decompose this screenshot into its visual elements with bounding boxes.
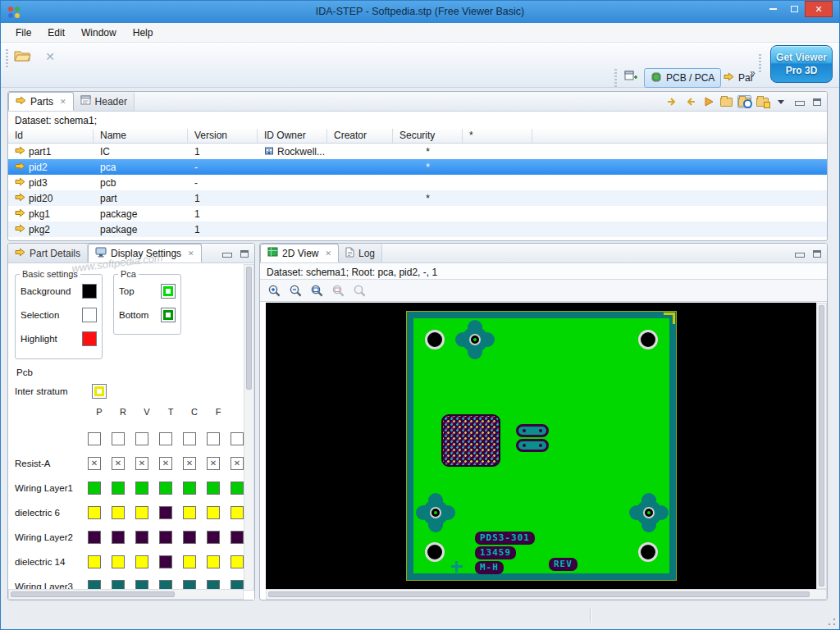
highlight-color-swatch[interactable] <box>82 331 97 346</box>
table-row-pkg1[interactable]: pkg1package1 <box>8 206 827 221</box>
table-row-part1[interactable]: part1IC1Rockwell...* <box>8 144 827 159</box>
stratum-color-cell[interactable] <box>88 482 101 495</box>
stratum-color-cell[interactable] <box>112 482 125 495</box>
stratum-color-cell[interactable] <box>112 555 125 568</box>
pcb-canvas-2d[interactable]: PDS3-301 13459 M-H REV <box>266 303 816 589</box>
perspective-grip-handle[interactable] <box>614 69 617 87</box>
column-header-id-owner[interactable]: ID Owner <box>258 129 327 143</box>
tab-parts[interactable]: Parts ✕ <box>8 92 74 111</box>
perspective-pcb-pca-button[interactable]: PCB / PCA <box>644 68 721 88</box>
open-perspective-button[interactable] <box>621 68 641 86</box>
link-with-editor-toggle[interactable] <box>737 95 751 108</box>
column-header-star[interactable]: * <box>463 129 532 143</box>
pca-top-color-swatch[interactable] <box>161 284 176 299</box>
stratum-color-cell[interactable] <box>207 531 220 544</box>
nav-prev-button[interactable] <box>683 95 697 108</box>
view-minimize-button[interactable] <box>219 247 233 260</box>
stratum-color-cell[interactable] <box>159 432 172 445</box>
stratum-color-cell[interactable] <box>231 555 244 568</box>
column-header-creator[interactable]: Creator <box>327 129 393 143</box>
stratum-color-cell[interactable] <box>183 482 196 495</box>
stratum-color-cell[interactable] <box>159 506 172 519</box>
close-icon[interactable]: ✕ <box>325 249 331 258</box>
close-file-button[interactable]: ✕ <box>40 48 60 66</box>
resize-grip[interactable] <box>826 616 837 627</box>
view-menu-button[interactable] <box>774 95 788 108</box>
stratum-color-cell[interactable] <box>183 555 196 568</box>
close-icon[interactable]: ✕ <box>188 249 194 258</box>
inter-stratum-color-swatch[interactable] <box>92 384 107 399</box>
stratum-color-cell[interactable] <box>112 531 125 544</box>
stratum-color-cell[interactable] <box>183 506 196 519</box>
perspective-overflow-chevron[interactable]: » <box>750 67 756 79</box>
stratum-color-cell[interactable] <box>88 506 101 519</box>
run-button[interactable] <box>701 95 715 108</box>
stratum-color-cell[interactable] <box>207 482 220 495</box>
zoom-region-out-button[interactable] <box>331 283 345 298</box>
stratum-color-cell[interactable] <box>135 555 148 568</box>
zoom-region-button[interactable] <box>309 283 324 298</box>
stratum-color-cell[interactable]: ✕ <box>207 457 220 470</box>
view-minimize-button[interactable] <box>792 247 806 260</box>
table-row-pkg2[interactable]: pkg2package1 <box>8 221 827 237</box>
stratum-color-cell[interactable] <box>231 531 244 544</box>
tab-log[interactable]: Log <box>339 244 382 262</box>
table-row-pid3[interactable]: pid3pcb- <box>8 175 827 190</box>
stratum-color-cell[interactable]: ✕ <box>183 457 196 470</box>
view2d-vertical-scrollbar[interactable] <box>816 303 827 589</box>
scrollbar-thumb[interactable] <box>11 591 175 597</box>
stratum-color-cell[interactable]: ✕ <box>88 457 101 470</box>
tab-header[interactable]: Header <box>74 92 135 111</box>
stratum-color-cell[interactable] <box>159 482 172 495</box>
menu-help[interactable]: Help <box>125 25 162 41</box>
tab-part-details[interactable]: Part Details <box>8 244 88 262</box>
view-maximize-button[interactable] <box>810 247 824 260</box>
tab-2d-view[interactable]: 2D View ✕ <box>260 244 339 262</box>
open-file-button[interactable] <box>12 48 32 66</box>
window-maximize-button[interactable] <box>783 1 805 17</box>
stratum-color-cell[interactable] <box>231 482 244 495</box>
zoom-in-button[interactable] <box>267 283 281 298</box>
stratum-color-cell[interactable] <box>183 531 196 544</box>
menu-window[interactable]: Window <box>73 25 125 41</box>
tab-display-settings[interactable]: Display Settings ✕ <box>88 244 202 262</box>
close-icon[interactable]: ✕ <box>60 98 66 106</box>
column-header-id[interactable]: Id <box>8 129 94 143</box>
stratum-color-cell[interactable] <box>112 506 125 519</box>
stratum-color-cell[interactable] <box>135 432 148 445</box>
stratum-color-cell[interactable] <box>207 432 220 445</box>
stratum-color-cell[interactable] <box>88 432 101 445</box>
stratum-color-cell[interactable] <box>159 555 172 568</box>
pca-bottom-color-swatch[interactable] <box>161 308 176 322</box>
stratum-color-cell[interactable] <box>207 506 220 519</box>
stratum-color-cell[interactable]: ✕ <box>231 457 244 470</box>
view-minimize-button[interactable] <box>792 95 806 108</box>
menu-edit[interactable]: Edit <box>39 25 73 41</box>
stratum-color-cell[interactable] <box>231 432 244 445</box>
view-maximize-button[interactable] <box>237 247 251 260</box>
scrollbar-thumb[interactable] <box>246 267 252 390</box>
stratum-color-cell[interactable] <box>231 506 244 519</box>
stratum-color-cell[interactable]: ✕ <box>135 457 148 470</box>
zoom-fit-button[interactable] <box>352 283 367 298</box>
stratum-color-cell[interactable] <box>135 531 148 544</box>
details-vertical-scrollbar[interactable] <box>244 264 254 591</box>
stratum-color-cell[interactable] <box>135 506 148 519</box>
toolbar-grip-handle[interactable] <box>6 49 8 67</box>
column-header-security[interactable]: Security <box>393 129 463 143</box>
stratum-color-cell[interactable] <box>207 555 220 568</box>
zoom-out-button[interactable] <box>288 283 303 298</box>
details-horizontal-scrollbar[interactable] <box>8 589 244 600</box>
table-row-pid2[interactable]: pid2pca-* <box>8 159 827 175</box>
stratum-color-cell[interactable] <box>88 555 101 568</box>
folder-button[interactable] <box>719 95 733 108</box>
background-color-swatch[interactable] <box>82 284 97 299</box>
selection-color-swatch[interactable] <box>82 308 97 322</box>
view2d-horizontal-scrollbar[interactable] <box>266 589 827 600</box>
scrollbar-thumb[interactable] <box>819 305 824 587</box>
table-row-pid20[interactable]: pid20part1* <box>8 190 827 206</box>
stratum-color-cell[interactable]: ✕ <box>159 457 172 470</box>
new-folder-button[interactable] <box>756 95 769 108</box>
toolbar-grip-handle-2[interactable] <box>759 54 761 72</box>
column-header-name[interactable]: Name <box>94 129 188 143</box>
